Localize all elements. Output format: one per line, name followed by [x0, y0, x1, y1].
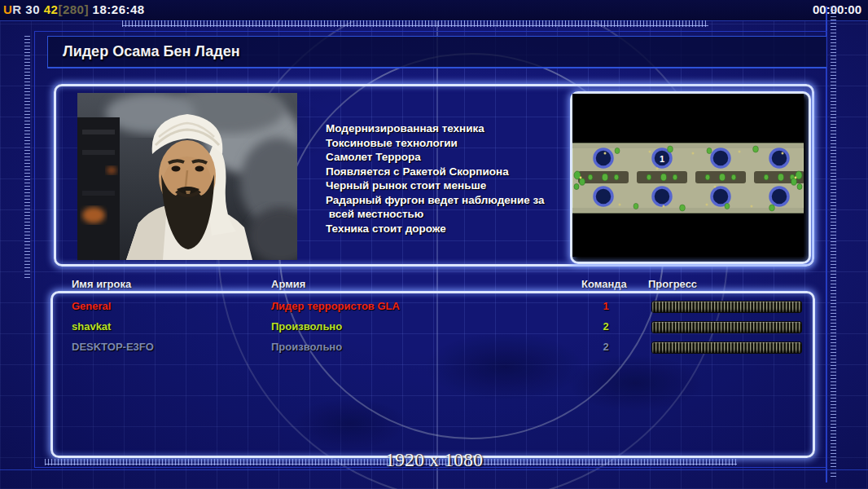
player-row: DESKTOP-E3FOПроизвольно2: [50, 337, 810, 357]
feature-line: Самолет Террора: [326, 150, 578, 165]
map-bush: [614, 174, 619, 180]
player-load-progress-bar: [651, 341, 802, 354]
ruler-left: [24, 36, 30, 280]
ruler-top: [122, 20, 708, 27]
map-start-position: [594, 187, 612, 205]
player-load-progress-bar: [651, 321, 802, 333]
game-loading-screen: UR 30 42[280] 18:26:48 00:00:00 Лидер Ос…: [0, 0, 868, 489]
player-row: shavkatПроизвольно2: [50, 316, 810, 337]
status-segment: 42: [40, 2, 58, 16]
player-row: GeneralЛидер террористов GLA1: [50, 296, 810, 316]
status-segment: U: [3, 2, 12, 16]
player-name: General: [72, 300, 111, 312]
map-bush: [778, 174, 783, 181]
header-team: Команда: [581, 278, 627, 290]
map-bush: [647, 174, 651, 180]
player-load-progress-bar: [651, 301, 802, 313]
feature-line: Радарный фургон ведет наблюдение за: [326, 193, 578, 208]
svg-text:1: 1: [660, 154, 664, 164]
feature-line: Техника стоит дороже: [326, 222, 578, 236]
status-segment: 18:26:48: [89, 2, 145, 16]
match-timer: 00:00:00: [813, 2, 861, 16]
general-features-list: Модернизированная техникаТоксиновые техн…: [326, 121, 578, 236]
status-bar: UR 30 42[280] 18:26:48 00:00:00: [0, 0, 868, 21]
map-bush: [588, 174, 593, 180]
map-start-position: [712, 149, 730, 167]
feature-line: всей местностью: [326, 207, 578, 222]
ruler-right: [831, 7, 836, 479]
player-army: Лидер террористов GLA: [271, 300, 400, 312]
map-bush: [660, 174, 666, 181]
general-portrait: [77, 93, 297, 260]
header-player-name: Имя игрока: [72, 278, 131, 290]
feature-line: Токсиновые технологии: [326, 136, 578, 151]
resolution-label: 1920 x 1080: [0, 449, 868, 471]
player-name: shavkat: [72, 320, 111, 333]
player-team: 1: [598, 300, 614, 312]
status-segment: R: [12, 2, 21, 16]
player-team: 2: [598, 320, 614, 333]
map-start-position: [594, 149, 612, 167]
map-bush: [764, 174, 769, 180]
map-start-position: [770, 187, 788, 205]
feature-line: Модернизированная техника: [326, 121, 578, 136]
player-name: DESKTOP-E3FO: [72, 341, 154, 353]
status-bar-stats: UR 30 42[280] 18:26:48: [3, 2, 145, 16]
map-start-position: [712, 187, 730, 205]
feature-line: Черный рынок стоит меньше: [326, 178, 578, 193]
player-team: 2: [598, 341, 614, 353]
map-bush: [705, 174, 710, 180]
title-bar: Лидер Осама Бен Ладен: [47, 36, 826, 68]
map-start-position: [770, 149, 788, 167]
header-army: Армия: [271, 278, 305, 290]
status-segment: [280]: [58, 2, 89, 16]
map-preview: 1: [570, 91, 811, 264]
player-army: Произвольно: [271, 341, 342, 353]
general-portrait-image: [77, 93, 297, 260]
map-bush: [719, 174, 725, 181]
status-segment: 30: [22, 2, 40, 16]
feature-line: Появляется с Ракетой Скорпиона: [326, 165, 578, 179]
map-bush: [673, 174, 677, 180]
map-preview-image: 1: [572, 94, 804, 257]
map-bush: [602, 174, 607, 181]
page-title: Лидер Осама Бен Ладен: [63, 37, 240, 66]
player-army: Произвольно: [271, 320, 342, 333]
map-start-position: [653, 187, 671, 205]
header-progress: Прогресс: [648, 278, 697, 290]
map-bush: [731, 174, 736, 180]
